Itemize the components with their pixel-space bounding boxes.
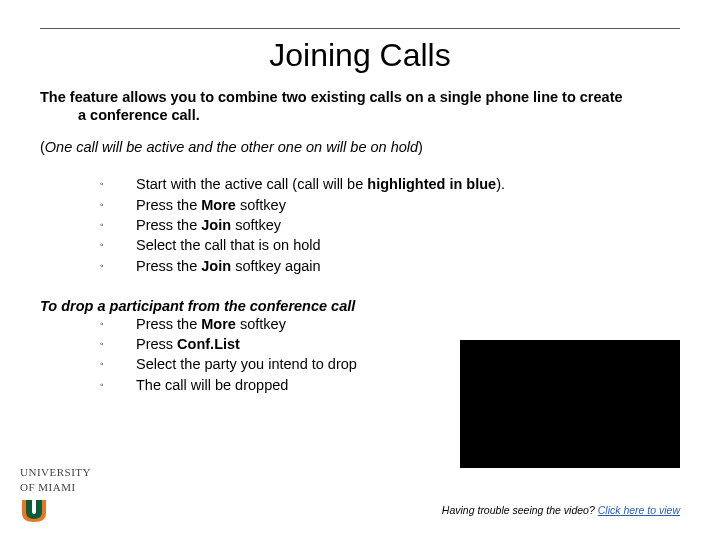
list-item: Press the Join softkey — [100, 215, 680, 235]
note-text: (One call will be active and the other o… — [40, 138, 680, 156]
university-logo: UNIVERSITY OF MIAMI — [20, 467, 91, 522]
intro-line2: a conference call. — [40, 106, 680, 124]
list-item: Press Conf.List — [100, 334, 420, 354]
trouble-caption: Having trouble seeing the video? Click h… — [442, 504, 680, 516]
page-title: Joining Calls — [40, 37, 680, 74]
list-item: The call will be dropped — [100, 375, 420, 395]
drop-steps: Press the More softkey Press Conf.List S… — [40, 314, 420, 395]
list-item: Select the call that is on hold — [100, 235, 680, 255]
intro-text: The feature allows you to combine two ex… — [40, 88, 680, 124]
drop-heading: To drop a participant from the conferenc… — [40, 298, 680, 314]
list-item: Select the party you intend to drop — [100, 354, 420, 374]
list-item: Press the More softkey — [100, 195, 680, 215]
logo-text-1: UNIVERSITY — [20, 467, 91, 479]
intro-line1: The feature allows you to combine two ex… — [40, 89, 623, 105]
list-item: Press the Join softkey again — [100, 256, 680, 276]
u-logo-icon — [20, 500, 48, 522]
join-steps: Start with the active call (call will be… — [40, 174, 680, 275]
logo-text-2: OF MIAMI — [20, 482, 91, 494]
list-item: Press the More softkey — [100, 314, 420, 334]
list-item: Start with the active call (call will be… — [100, 174, 680, 194]
click-here-link[interactable]: Click here to view — [598, 504, 680, 516]
video-placeholder[interactable] — [460, 340, 680, 468]
